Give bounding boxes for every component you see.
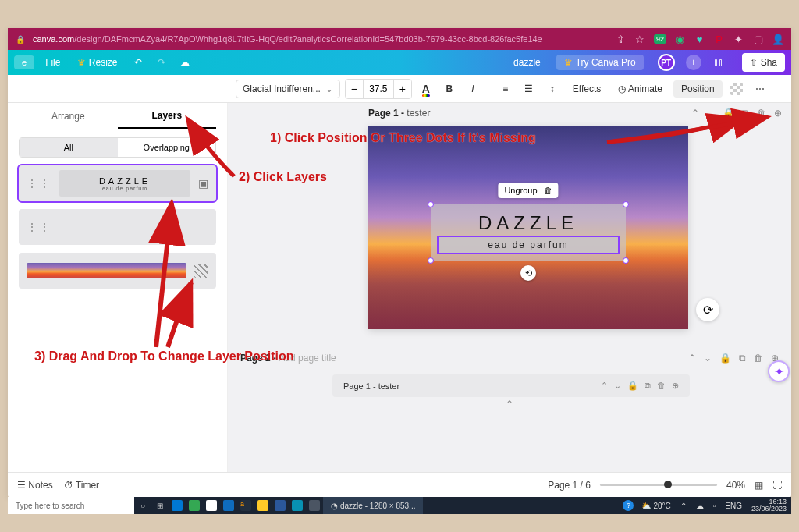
context-toolbar: Ungroup 🗑	[498, 183, 558, 198]
duplicate-page-icon[interactable]: ⧉	[739, 353, 746, 364]
mail-icon[interactable]	[220, 497, 237, 514]
refresh-icon[interactable]: ⟳	[696, 298, 719, 321]
layers-tab[interactable]: Layers	[118, 103, 217, 129]
bold-button[interactable]: B	[440, 80, 459, 98]
weather-widget[interactable]: ⛅ 20°C	[637, 497, 675, 514]
extension-badge[interactable]: 92	[654, 34, 666, 44]
filter-all[interactable]: All	[20, 138, 118, 157]
user-avatar[interactable]: PT	[658, 54, 675, 71]
timer-button[interactable]: ⏱ Timer	[64, 480, 99, 491]
add-collaborator-icon[interactable]: +	[686, 55, 701, 70]
text-group-element[interactable]: Ungroup 🗑 DAZZLE eau de parfum ⟲	[431, 204, 626, 261]
tray-icon[interactable]: ▫	[708, 497, 721, 514]
taskview-icon[interactable]: ⊞	[151, 497, 169, 514]
taskbar-clock[interactable]: 16:1323/06/2023	[747, 498, 791, 512]
drag-handle-icon[interactable]: ⋮⋮	[27, 177, 51, 190]
grammarly-icon[interactable]: ◉	[674, 34, 686, 45]
list-icon[interactable]: ☰	[520, 80, 538, 98]
active-window[interactable]: ◔ dazzle - 1280 × 853...	[323, 497, 423, 514]
font-selector[interactable]: Glacial Indifferen...⌄	[236, 80, 340, 98]
effects-button[interactable]: Effects	[566, 80, 607, 98]
analytics-icon[interactable]: ⫿⫿	[709, 57, 728, 68]
ungroup-button[interactable]: Ungroup	[504, 186, 537, 195]
taskbar-search[interactable]: Type here to search	[8, 497, 134, 514]
layer-item-text-group[interactable]: ⋮⋮ DAZZLE eau de parfum ▣	[19, 165, 216, 201]
duplicate-page-icon[interactable]: ⧉	[742, 108, 749, 119]
page-thumbnail-row[interactable]: Page 1 - tester ⌃ ⌄ 🔒 ⧉ 🗑 ⊕	[332, 374, 690, 397]
zoom-slider[interactable]	[600, 484, 717, 486]
redo-icon[interactable]: ↷	[152, 57, 171, 68]
italic-button[interactable]: I	[463, 80, 482, 98]
tray-chevron-icon[interactable]: ⌃	[676, 497, 691, 514]
store-icon[interactable]	[203, 497, 220, 514]
home-tab[interactable]: e	[14, 55, 34, 69]
undo-icon[interactable]: ↶	[129, 57, 147, 68]
design-subtitle-text[interactable]: eau de parfum	[439, 237, 618, 253]
delete-page-icon[interactable]: 🗑	[754, 353, 763, 364]
zoom-level[interactable]: 40%	[726, 480, 745, 491]
edge-icon[interactable]	[169, 497, 186, 514]
cortana-icon[interactable]: ○	[134, 497, 151, 514]
rotate-handle-icon[interactable]: ⟲	[520, 265, 536, 281]
tripadvisor-icon[interactable]	[186, 497, 203, 514]
file-menu[interactable]: File	[39, 55, 66, 70]
spacing-icon[interactable]: ↕	[543, 80, 562, 98]
page-counter[interactable]: Page 1 / 6	[548, 480, 591, 491]
word-icon[interactable]	[272, 497, 289, 514]
collapse-up-icon[interactable]: ⌃	[691, 108, 699, 119]
notes-button[interactable]: ☰ Notes	[17, 480, 53, 491]
font-size-stepper[interactable]: − +	[345, 79, 412, 99]
amazon-icon[interactable]: a	[237, 497, 254, 514]
filter-overlapping[interactable]: Overlapping	[118, 138, 216, 157]
heart-icon[interactable]: ♥	[694, 34, 705, 45]
help-tray-icon[interactable]: ?	[620, 497, 637, 514]
delete-element-icon[interactable]: 🗑	[544, 186, 552, 195]
collapse-down-icon[interactable]: ⌄	[704, 353, 712, 364]
increase-size-button[interactable]: +	[394, 80, 411, 98]
app-icon[interactable]	[306, 497, 323, 514]
text-toolbar: Glacial Indifferen...⌄ − + A B I ≡ ☰ ↕ E…	[8, 75, 791, 103]
group-icon[interactable]: ▣	[198, 177, 208, 190]
layer-item-image[interactable]	[19, 253, 216, 289]
language-indicator[interactable]: ENG	[720, 497, 747, 514]
fullscreen-icon[interactable]: ⛶	[772, 480, 782, 491]
animate-button[interactable]: ◷ Animate	[612, 80, 669, 98]
collapse-up-icon[interactable]: ⌃	[688, 353, 696, 364]
resize-button[interactable]: ♛ Resize	[71, 55, 123, 70]
tabs-icon[interactable]: ▢	[752, 34, 764, 45]
delete-page-icon[interactable]: 🗑	[757, 108, 766, 119]
alignment-icon[interactable]: ≡	[496, 80, 515, 98]
profile-avatar-icon[interactable]: 👤	[772, 34, 783, 45]
canvas-area[interactable]: Page 1 - tester ⌃ ⌄ 🔒 ⧉ 🗑 ⊕ Ungroup 🗑	[228, 103, 791, 472]
share-page-icon[interactable]: ⇪	[615, 34, 627, 45]
document-title[interactable]: dazzle	[513, 57, 541, 68]
add-page-icon[interactable]: ⊕	[774, 108, 782, 119]
expand-pages-icon[interactable]: ⌃	[506, 399, 513, 410]
bookmark-star-icon[interactable]: ☆	[634, 34, 646, 45]
lock-page-icon[interactable]: 🔒	[723, 108, 734, 119]
cloud-save-icon[interactable]: ☁	[176, 57, 194, 68]
font-size-input[interactable]	[363, 80, 394, 98]
browser-address-bar: 🔒 canva.com/design/DAFmcmAZya4/R7ApOWhhg…	[8, 28, 791, 50]
grid-view-icon[interactable]: ▦	[755, 480, 763, 491]
share-button[interactable]: ⇧ Sha	[742, 53, 785, 72]
text-color-icon[interactable]: A	[417, 80, 435, 98]
photos-icon[interactable]	[289, 497, 306, 514]
collapse-down-icon[interactable]: ⌄	[707, 108, 715, 119]
design-title-text[interactable]: DAZZLE	[439, 212, 618, 234]
onedrive-tray-icon[interactable]: ☁	[691, 497, 708, 514]
transparency-icon[interactable]	[727, 80, 746, 98]
magic-sparkle-icon[interactable]: ✦	[768, 360, 790, 382]
position-button[interactable]: Position	[673, 80, 723, 98]
extensions-puzzle-icon[interactable]: ✦	[733, 34, 744, 45]
pinterest-icon[interactable]: P	[713, 34, 725, 45]
arrange-tab[interactable]: Arrange	[19, 103, 118, 129]
try-pro-button[interactable]: ♛Try Canva Pro	[556, 55, 644, 70]
decrease-size-button[interactable]: −	[346, 80, 363, 98]
explorer-icon[interactable]	[254, 497, 272, 514]
lock-page-icon[interactable]: 🔒	[719, 353, 731, 364]
drag-handle-icon[interactable]: ⋮⋮	[27, 221, 51, 233]
design-canvas[interactable]: Ungroup 🗑 DAZZLE eau de parfum ⟲ ⟳	[368, 126, 688, 329]
layer-item-empty[interactable]: ⋮⋮	[19, 209, 216, 245]
more-dots-icon[interactable]: ⋯	[751, 80, 769, 98]
